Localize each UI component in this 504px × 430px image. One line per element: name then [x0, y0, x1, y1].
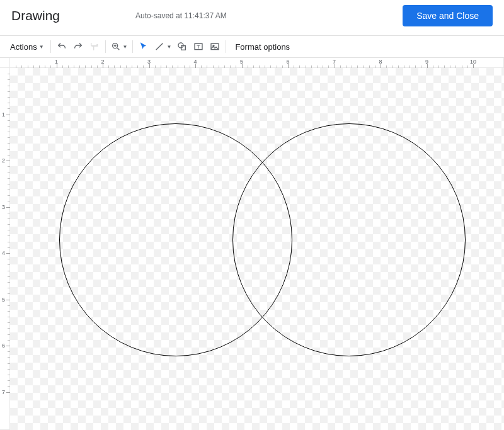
separator	[50, 40, 51, 53]
shape-tool[interactable]	[174, 38, 190, 55]
svg-line-4	[156, 43, 163, 50]
image-tool[interactable]	[207, 38, 223, 55]
svg-point-5	[178, 43, 183, 48]
ruler-tick-label: 5	[2, 297, 5, 303]
redo-button[interactable]	[70, 38, 86, 55]
caret-down-icon: ▼	[166, 44, 171, 50]
caret-down-icon: ▼	[123, 44, 128, 50]
svg-point-0	[112, 43, 117, 48]
actions-menu[interactable]: Actions ▼	[6, 38, 48, 55]
separator	[132, 40, 133, 53]
undo-button[interactable]	[54, 38, 70, 55]
actions-label: Actions	[10, 42, 37, 52]
oval-shape-2[interactable]	[232, 123, 466, 356]
autosave-status: Auto-saved at 11:41:37 AM	[135, 11, 227, 20]
workspace: 12345678910 1234567	[0, 58, 504, 430]
select-tool[interactable]	[135, 38, 152, 55]
paint-format-button[interactable]	[86, 38, 103, 55]
line-tool[interactable]: ▼	[152, 38, 174, 55]
save-and-close-button[interactable]: Save and Close	[403, 5, 493, 26]
cursor-icon	[139, 42, 149, 52]
ruler-horizontal[interactable]: 12345678910	[10, 58, 504, 68]
format-options-button[interactable]: Format options	[235, 42, 290, 52]
svg-point-9	[213, 45, 214, 47]
textbox-icon	[193, 42, 203, 52]
line-icon	[154, 42, 164, 52]
dialog-title: Drawing	[11, 8, 60, 23]
separator	[226, 40, 226, 53]
toolbar: Actions ▼ ▼ ▼ Format options	[0, 35, 504, 58]
caret-down-icon: ▼	[39, 44, 44, 50]
paint-format-icon	[89, 42, 100, 52]
separator	[105, 40, 106, 53]
header: Drawing Auto-saved at 11:41:37 AM Save a…	[0, 0, 504, 35]
textbox-tool[interactable]	[190, 38, 207, 55]
ruler-tick-label: 4	[2, 250, 5, 256]
ruler-vertical[interactable]: 1234567	[0, 68, 10, 430]
zoom-button[interactable]: ▼	[108, 38, 130, 55]
svg-rect-6	[181, 46, 186, 50]
zoom-icon	[111, 42, 121, 52]
redo-icon	[73, 42, 83, 52]
ruler-tick-label: 7	[2, 389, 5, 395]
drawing-canvas[interactable]	[10, 68, 504, 430]
ruler-tick-label: 2	[2, 157, 5, 164]
image-icon	[210, 42, 220, 52]
ruler-corner	[0, 58, 10, 68]
undo-icon	[57, 42, 67, 52]
ruler-tick-label: 1	[2, 111, 5, 118]
ruler-tick-label: 3	[2, 204, 5, 210]
svg-rect-7	[195, 43, 202, 49]
svg-line-1	[117, 48, 119, 50]
svg-rect-8	[211, 43, 219, 49]
shape-icon	[177, 42, 187, 52]
ruler-tick-label: 6	[2, 342, 5, 349]
